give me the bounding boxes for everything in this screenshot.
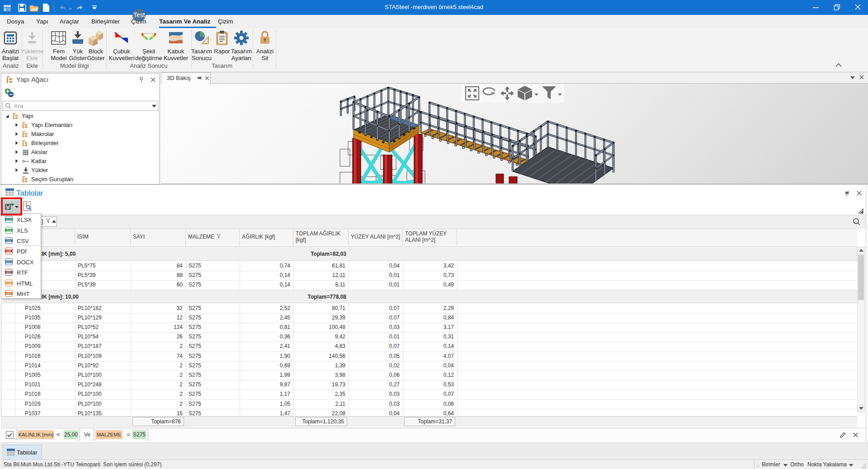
svg-text:DOCX: DOCX — [5, 260, 12, 263]
svg-text:XLS: XLS — [7, 229, 11, 231]
svg-text:XLSX: XLSX — [6, 218, 12, 221]
svg-text:HTML: HTML — [6, 281, 12, 284]
svg-text:MHT: MHT — [6, 292, 11, 295]
svg-text:PDF: PDF — [7, 250, 11, 253]
svg-text:RTF: RTF — [7, 271, 11, 274]
svg-text:CSV: CSV — [6, 239, 11, 242]
